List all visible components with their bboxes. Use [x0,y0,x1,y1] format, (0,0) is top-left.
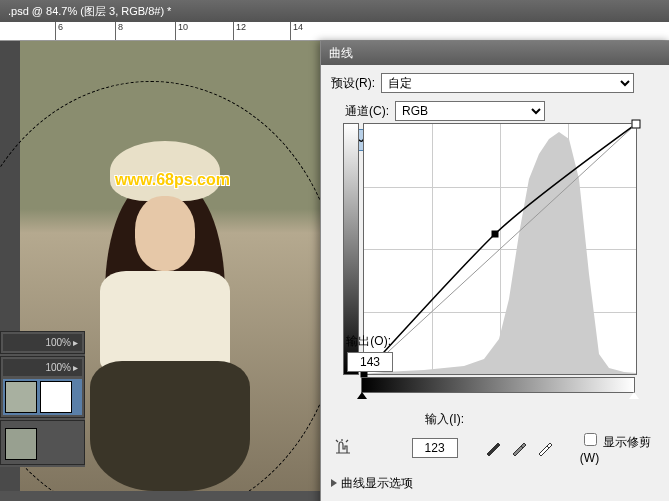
finger-icon [333,439,353,457]
expand-triangle-icon [331,479,337,487]
dropdown-arrow-icon[interactable]: ▸ [73,362,78,373]
gray-eyedropper-button[interactable] [510,440,528,456]
preset-select[interactable]: 自定 [381,73,634,93]
opacity-field-1[interactable]: ▸ [3,334,82,351]
document-title: .psd @ 84.7% (图层 3, RGB/8#) * [0,0,669,22]
layers-mini-panel: ▸ ▸ [0,331,85,467]
black-eyedropper-button[interactable] [484,440,502,456]
ruler-tick: 12 [233,22,246,40]
ruler-tick: 10 [175,22,188,40]
ruler-tick: 8 [115,22,123,40]
horizontal-ruler: 6 8 10 12 14 [0,22,669,41]
display-options-toggle[interactable]: 曲线显示选项 [331,475,660,492]
layer-thumbnail[interactable] [5,381,37,413]
photo-dress-top [100,271,230,371]
opacity-field-2[interactable]: ▸ [3,359,82,376]
show-clipping-checkbox[interactable]: 显示修剪(W) [580,430,660,465]
opacity-input[interactable] [41,336,73,349]
input-label: 输入(I): [406,411,464,428]
watermark-text: www.68ps.com [115,171,230,189]
input-gradient [361,377,635,393]
output-row: 输出(O): [333,333,393,350]
layer-row[interactable] [3,379,82,415]
curve-point-highlight[interactable] [632,120,641,129]
photo-subject [70,141,270,491]
curves-dialog: 曲线 预设(R): 自定 通道(C): RGB [320,41,669,501]
white-eyedropper-button[interactable] [536,440,554,456]
input-input[interactable] [412,438,458,458]
canvas[interactable]: www.68ps.com ▸ ▸ [0,41,320,491]
black-point-slider[interactable] [357,392,367,399]
checkbox[interactable] [584,433,597,446]
photo-dress-bottom [90,361,250,491]
curve-line [364,124,636,374]
svg-line-1 [364,124,636,374]
dropdown-arrow-icon[interactable]: ▸ [73,337,78,348]
ruler-tick: 14 [290,22,303,40]
output-label: 输出(O): [333,333,391,350]
white-point-slider[interactable] [629,392,639,399]
ruler-tick: 6 [55,22,63,40]
mask-thumbnail[interactable] [40,381,72,413]
preset-label: 预设(R): [331,75,375,92]
curve-point-mid[interactable] [492,230,499,237]
channel-label: 通道(C): [345,103,389,120]
photo-face [135,196,195,271]
dialog-title: 曲线 [321,41,669,65]
channel-select[interactable]: RGB [395,101,545,121]
display-options-label: 曲线显示选项 [341,476,413,490]
layer-row[interactable] [3,426,82,462]
curve-graph[interactable] [363,123,637,375]
layer-thumbnail[interactable] [5,428,37,460]
output-input[interactable] [347,352,393,372]
opacity-input[interactable] [41,361,73,374]
finger-tool-button[interactable] [331,438,356,458]
